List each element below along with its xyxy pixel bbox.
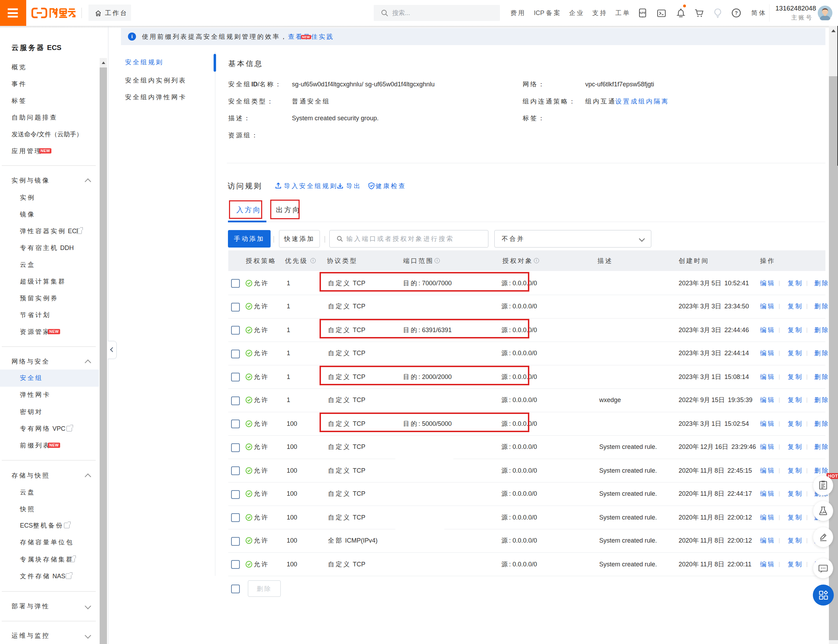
svg-text:APP: APP	[639, 11, 646, 15]
svg-text:?: ?	[735, 10, 738, 16]
